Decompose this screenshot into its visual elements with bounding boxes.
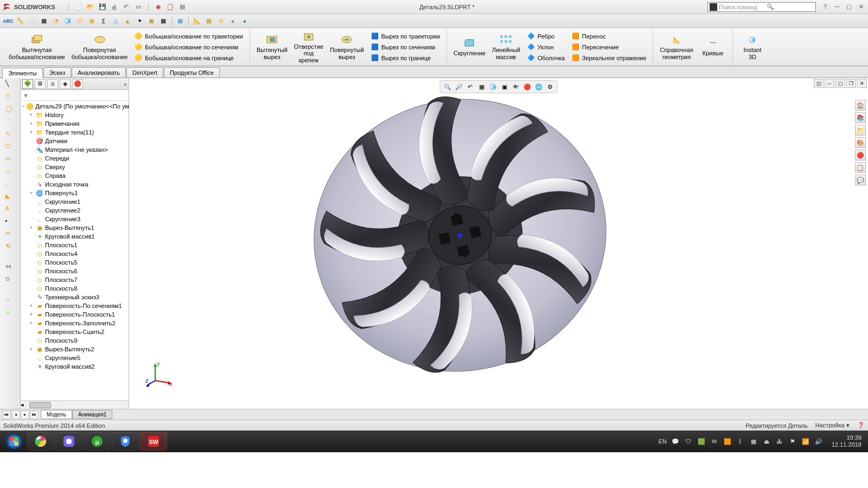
- tree-item[interactable]: ◇Справа: [22, 171, 129, 180]
- tree-item[interactable]: +▰Поверхность-По сечениям1: [22, 301, 129, 310]
- point-tool-icon[interactable]: •: [5, 217, 15, 227]
- mirror-button[interactable]: 🟧Зеркальное отражение: [570, 53, 648, 63]
- graphics-viewport[interactable]: ◫ ─ ▢ ❐ ✕ 🔍 🔎 ↶ ▦ 🧊 ▣ 👁 🔴 🌐 ⚙ 🏠 📚 📁 🎨 🔴 …: [129, 78, 868, 409]
- new-icon[interactable]: 📄: [74, 3, 83, 11]
- tray-viber-icon[interactable]: 💬: [671, 437, 680, 446]
- animation-tab[interactable]: Анимация1: [72, 410, 113, 419]
- property-tab[interactable]: ⚙: [35, 79, 46, 89]
- tree-item[interactable]: ◟Скругление5: [22, 354, 129, 362]
- tray-mail-icon[interactable]: ✉: [710, 437, 719, 446]
- shell-button[interactable]: 🔷Оболочка: [526, 53, 566, 63]
- doc-restore-icon[interactable]: ❐: [846, 79, 856, 88]
- appearances-icon[interactable]: 🔴: [855, 150, 866, 160]
- sweep-boss-button[interactable]: 🟡Бобышка/основание по траектории: [133, 31, 244, 41]
- taskbar-clock[interactable]: 19:39 12.11.2018: [827, 434, 866, 448]
- tray-bluetooth-icon[interactable]: ᛒ: [736, 437, 745, 446]
- search-commands[interactable]: Поиск команд 🔍: [707, 2, 816, 12]
- thickness-icon[interactable]: ▦: [158, 16, 168, 26]
- tab-scroll-last-icon[interactable]: ⏭: [30, 410, 39, 419]
- revolve-boss-button[interactable]: Повернутая бобышка/основание: [68, 33, 131, 61]
- draft-analysis-icon[interactable]: 📐: [192, 16, 202, 26]
- ellipse-tool-icon[interactable]: ⬭: [5, 168, 15, 177]
- convert-tool-icon[interactable]: ⟲: [5, 242, 15, 252]
- taskbar-utorrent[interactable]: μ: [84, 432, 111, 451]
- tree-item[interactable]: ▰Поверхность-Сшить2: [22, 328, 129, 336]
- file-explorer-icon[interactable]: 📁: [855, 125, 866, 136]
- design-library-icon[interactable]: 📚: [855, 112, 866, 123]
- tree-item[interactable]: +▣Вырез-Вытянуть2: [22, 345, 129, 354]
- section-props-icon[interactable]: ▦: [39, 16, 49, 26]
- hole-wizard-button[interactable]: Отверстие под крепеж: [291, 29, 327, 65]
- linear-pattern-button[interactable]: Линейный массив: [489, 33, 524, 61]
- measure-icon[interactable]: 📏: [15, 16, 25, 26]
- tree-item[interactable]: ◟Скругление2: [22, 206, 129, 215]
- tree-root[interactable]: −🟡 Деталь29 (По умолчанию<<По ум: [22, 102, 129, 111]
- taskbar-viber[interactable]: [55, 432, 82, 451]
- tree-item[interactable]: ✦Круговой массив2: [22, 362, 129, 371]
- tree-item[interactable]: ◇Сверху: [22, 163, 129, 171]
- curves-button[interactable]: 〰 Кривые: [697, 36, 729, 58]
- status-setting[interactable]: Настройка ▾: [815, 422, 850, 429]
- tray-gpu-icon[interactable]: 🟩: [697, 437, 706, 446]
- geometry-analysis-icon[interactable]: ▣: [87, 16, 97, 26]
- tab-analyze[interactable]: Анализировать: [72, 67, 126, 78]
- undercut-icon[interactable]: ▦: [204, 16, 214, 26]
- tray-volume-icon[interactable]: 🔊: [814, 437, 823, 446]
- resources-tab-icon[interactable]: 🏠: [855, 100, 866, 111]
- doc-max-icon[interactable]: ▢: [835, 79, 845, 88]
- curvature-icon[interactable]: ✦: [135, 16, 144, 26]
- spellcheck-icon[interactable]: ABC: [3, 16, 13, 26]
- tree-item[interactable]: ◇Плоскость1: [22, 241, 129, 249]
- equations-icon[interactable]: Σ: [99, 16, 108, 26]
- status-help-icon[interactable]: ❓: [857, 422, 865, 429]
- loft-boss-button[interactable]: 🟡Бобышка/основание по сечениям: [133, 42, 244, 52]
- loft-cut-button[interactable]: 🟦Вырез по сечениям: [369, 42, 441, 52]
- circle-tool-icon[interactable]: ◯: [5, 105, 15, 115]
- line-tool-icon[interactable]: ╲: [5, 80, 15, 90]
- check-icon[interactable]: ☑: [75, 16, 85, 26]
- feature-tree-tab[interactable]: 🌳: [22, 79, 33, 89]
- tree-item[interactable]: ↳Исходная точка: [22, 180, 129, 189]
- flow-icon[interactable]: ●: [240, 16, 250, 26]
- tray-eject-icon[interactable]: ⏏: [762, 437, 771, 446]
- tree-item[interactable]: ✎Трехмерный эскиз3: [22, 293, 129, 301]
- model-tab[interactable]: Модель: [41, 410, 72, 419]
- tab-dimxpert[interactable]: DimXpert: [126, 67, 163, 78]
- close-button[interactable]: ✕: [856, 3, 866, 11]
- arc-tool-icon[interactable]: ⌒: [5, 118, 15, 127]
- minimize-button[interactable]: ─: [832, 3, 842, 11]
- extrude-cut-button[interactable]: Вытянутый вырез: [253, 33, 291, 61]
- draft-button[interactable]: 🔷Уклон: [526, 42, 566, 52]
- tree-item[interactable]: ◇Плоскость5: [22, 258, 129, 267]
- doc-close-icon[interactable]: ✕: [857, 79, 867, 88]
- rebuild-icon[interactable]: ◉: [154, 3, 163, 11]
- intersect-button[interactable]: 🟧Пересечение: [570, 42, 648, 52]
- tree-item[interactable]: ◇Плоскость7: [22, 275, 129, 284]
- text-tool-icon[interactable]: A: [5, 205, 15, 215]
- ref-geometry-button[interactable]: 📐 Справочная геометрия: [656, 33, 697, 61]
- print-icon[interactable]: 🖨: [110, 3, 119, 11]
- zebra-icon[interactable]: ▲: [123, 16, 132, 26]
- tree-item[interactable]: ◇Спереди: [22, 154, 129, 163]
- slot-tool-icon[interactable]: ▭: [5, 155, 15, 165]
- rib-button[interactable]: 🔷Ребро: [526, 31, 566, 41]
- tab-scroll-next-icon[interactable]: ▸: [21, 410, 29, 419]
- tree-item[interactable]: ◇Плоскость8: [22, 284, 129, 293]
- compare-icon[interactable]: ▦: [175, 16, 185, 26]
- tray-wifi-icon[interactable]: 📶: [801, 437, 810, 446]
- relation-tool-icon[interactable]: ⊥: [5, 309, 15, 318]
- tray-network-icon[interactable]: 🖧: [775, 437, 784, 446]
- tab-elements[interactable]: Элементы: [2, 68, 43, 78]
- rectangle-tool-icon[interactable]: ◻: [5, 93, 15, 102]
- view-palette-icon[interactable]: 🎨: [855, 137, 866, 148]
- help-icon[interactable]: ?: [820, 3, 830, 11]
- start-button[interactable]: [2, 432, 26, 451]
- statistics-icon[interactable]: 🧊: [63, 16, 73, 26]
- options-icon[interactable]: 📋: [166, 3, 175, 11]
- tree-item[interactable]: +📁Примечания: [22, 119, 129, 128]
- deviation-icon[interactable]: △: [111, 16, 120, 26]
- taskbar-chrome[interactable]: [27, 432, 54, 451]
- tree-item[interactable]: +▰Поверхность-Плоскость1: [22, 310, 129, 319]
- tab-scroll-first-icon[interactable]: ⏮: [2, 410, 11, 419]
- fillet-sketch-icon[interactable]: ◟: [5, 180, 15, 190]
